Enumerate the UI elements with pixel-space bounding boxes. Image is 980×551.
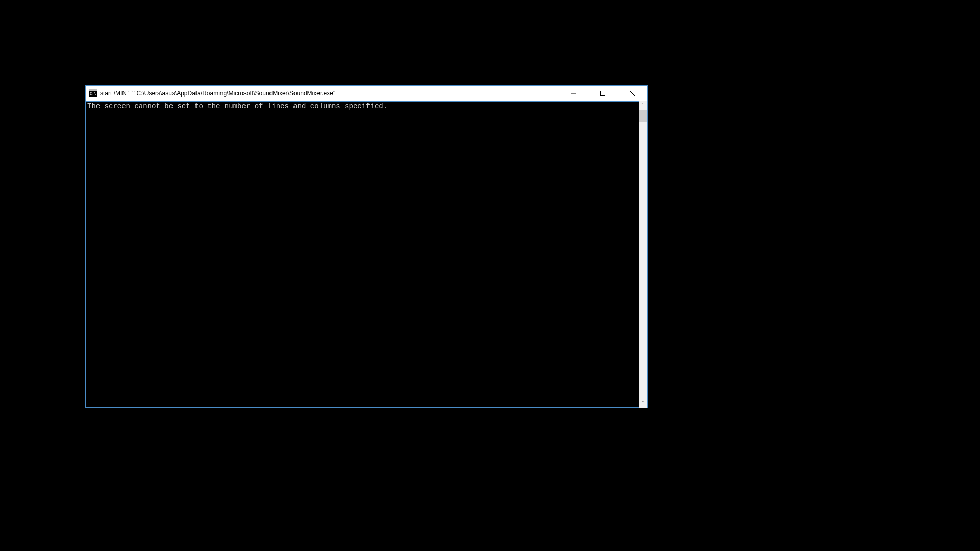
command-prompt-window: C:\ start /MIN "" "C:\Users\asus\AppData… bbox=[85, 85, 648, 408]
chevron-up-icon: ˄ bbox=[642, 103, 644, 108]
close-icon bbox=[630, 91, 635, 96]
scroll-track[interactable] bbox=[639, 110, 647, 399]
cmd-icon: C:\ bbox=[89, 89, 97, 97]
maximize-button[interactable] bbox=[588, 86, 618, 101]
svg-rect-4 bbox=[601, 91, 605, 95]
svg-text:C:\: C:\ bbox=[90, 92, 96, 96]
window-title: start /MIN "" "C:\Users\asus\AppData\Roa… bbox=[100, 90, 558, 97]
titlebar[interactable]: C:\ start /MIN "" "C:\Users\asus\AppData… bbox=[86, 86, 647, 101]
maximize-icon bbox=[600, 91, 605, 96]
scroll-down-button[interactable]: ˅ bbox=[639, 399, 647, 408]
window-body: The screen cannot be set to the number o… bbox=[86, 101, 647, 408]
close-button[interactable] bbox=[618, 86, 647, 101]
chevron-down-icon: ˅ bbox=[642, 401, 644, 406]
console-output[interactable]: The screen cannot be set to the number o… bbox=[86, 101, 639, 408]
vertical-scrollbar[interactable]: ˄ ˅ bbox=[639, 101, 647, 408]
minimize-button[interactable] bbox=[558, 86, 588, 101]
scroll-thumb[interactable] bbox=[639, 110, 647, 122]
svg-rect-1 bbox=[89, 89, 97, 91]
scroll-up-button[interactable]: ˄ bbox=[639, 101, 647, 110]
minimize-icon bbox=[571, 91, 576, 96]
window-controls bbox=[558, 86, 647, 101]
